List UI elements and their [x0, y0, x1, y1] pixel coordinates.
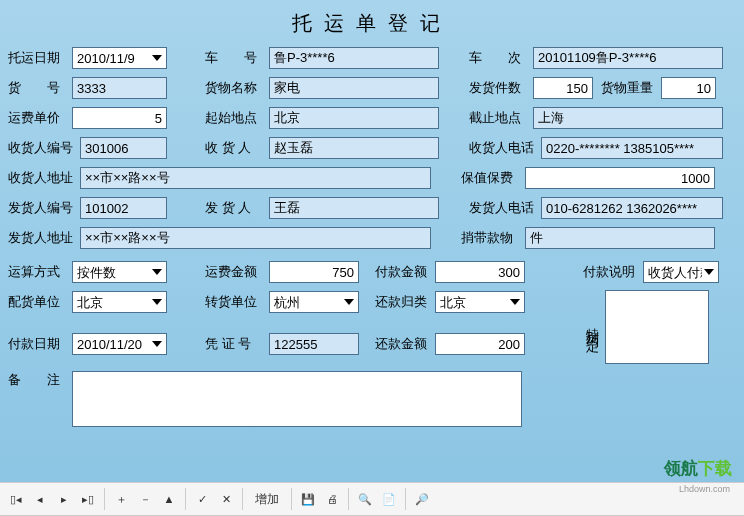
- goods-name-label: 货物名称: [205, 79, 265, 97]
- recv-no-input[interactable]: [80, 137, 167, 159]
- remark-label: 备 注: [8, 371, 68, 389]
- goods-name-input[interactable]: [269, 77, 439, 99]
- toolbar: ▯◂ ◂ ▸ ▸▯ ＋ － ▲ ✓ ✕ 增加 💾 🖨 🔍 📄 🔎: [0, 482, 744, 516]
- export-icon-button[interactable]: 📄: [379, 489, 399, 509]
- weight-input[interactable]: [661, 77, 716, 99]
- voucher-label: 凭 证 号: [205, 335, 265, 353]
- unit-price-input[interactable]: [72, 107, 167, 129]
- send-addr-label: 发货人地址: [8, 229, 76, 247]
- pay-date-label: 付款日期: [8, 335, 68, 353]
- add-button[interactable]: ＋: [111, 489, 131, 509]
- recv-phone-input[interactable]: [541, 137, 723, 159]
- special-label: 特别约定: [583, 317, 601, 367]
- weight-label: 货物重量: [601, 79, 657, 97]
- confirm-button[interactable]: ✓: [192, 489, 212, 509]
- trip-label: 车 次: [469, 49, 529, 67]
- recv-name-label: 收 货 人: [205, 139, 265, 157]
- trans-label: 转货单位: [205, 293, 265, 311]
- separator: [242, 488, 243, 510]
- carry-label: 捎带款物: [461, 229, 521, 247]
- send-phone-input[interactable]: [541, 197, 723, 219]
- recv-no-label: 收货人编号: [8, 139, 76, 157]
- recv-phone-label: 收货人电话: [469, 139, 537, 157]
- watermark: 领航下载: [664, 457, 732, 480]
- calc-label: 运算方式: [8, 263, 68, 281]
- cancel-button[interactable]: ✕: [216, 489, 236, 509]
- separator: [291, 488, 292, 510]
- separator: [348, 488, 349, 510]
- send-no-input[interactable]: [80, 197, 167, 219]
- separator: [104, 488, 105, 510]
- unit-price-label: 运费单价: [8, 109, 68, 127]
- search-icon-button[interactable]: 🔎: [412, 489, 432, 509]
- carry-input[interactable]: [525, 227, 715, 249]
- pay-desc-select[interactable]: 收货人付款: [643, 261, 719, 283]
- recv-name-input[interactable]: [269, 137, 439, 159]
- preview-icon-button[interactable]: 🔍: [355, 489, 375, 509]
- calc-select[interactable]: 按件数: [72, 261, 167, 283]
- plate-input[interactable]: [269, 47, 439, 69]
- send-qty-input[interactable]: [533, 77, 593, 99]
- nav-prev-button[interactable]: ◂: [30, 489, 50, 509]
- trip-input[interactable]: [533, 47, 723, 69]
- delete-button[interactable]: －: [135, 489, 155, 509]
- insurance-label: 保值保费: [461, 169, 521, 187]
- recv-addr-input[interactable]: [80, 167, 431, 189]
- separator: [405, 488, 406, 510]
- repay-amt-input[interactable]: [435, 333, 525, 355]
- print-icon-button[interactable]: 🖨: [322, 489, 342, 509]
- send-addr-input[interactable]: [80, 227, 431, 249]
- special-textarea[interactable]: [605, 290, 709, 364]
- nav-first-button[interactable]: ▯◂: [6, 489, 26, 509]
- dist-select[interactable]: 北京: [72, 291, 167, 313]
- goods-no-label: 货 号: [8, 79, 68, 97]
- origin-label: 起始地点: [205, 109, 265, 127]
- page-title: 托运单登记: [8, 4, 736, 47]
- send-qty-label: 发货件数: [469, 79, 529, 97]
- consign-date-select[interactable]: 2010/11/9: [72, 47, 167, 69]
- freight-input[interactable]: [269, 261, 359, 283]
- pay-amt-input[interactable]: [435, 261, 525, 283]
- freight-label: 运费金额: [205, 263, 265, 281]
- nav-next-button[interactable]: ▸: [54, 489, 74, 509]
- repay-cat-label: 还款归类: [375, 293, 431, 311]
- pay-desc-label: 付款说明: [583, 263, 639, 281]
- voucher-input[interactable]: [269, 333, 359, 355]
- recv-addr-label: 收货人地址: [8, 169, 76, 187]
- pay-amt-label: 付款金额: [375, 263, 431, 281]
- repay-amt-label: 还款金额: [375, 335, 431, 353]
- watermark-url: Lhdown.com: [679, 484, 730, 494]
- remark-textarea[interactable]: [72, 371, 522, 427]
- send-name-label: 发 货 人: [205, 199, 265, 217]
- nav-last-button[interactable]: ▸▯: [78, 489, 98, 509]
- goods-no-input[interactable]: [72, 77, 167, 99]
- separator: [185, 488, 186, 510]
- dist-label: 配货单位: [8, 293, 68, 311]
- consign-date-label: 托运日期: [8, 49, 68, 67]
- send-name-input[interactable]: [269, 197, 439, 219]
- send-phone-label: 发货人电话: [469, 199, 537, 217]
- save-icon-button[interactable]: 💾: [298, 489, 318, 509]
- dest-label: 截止地点: [469, 109, 529, 127]
- edit-button[interactable]: ▲: [159, 489, 179, 509]
- origin-input[interactable]: [269, 107, 439, 129]
- add-text-button[interactable]: 增加: [249, 489, 285, 509]
- repay-cat-select[interactable]: 北京: [435, 291, 525, 313]
- plate-label: 车 号: [205, 49, 265, 67]
- trans-select[interactable]: 杭州: [269, 291, 359, 313]
- dest-input[interactable]: [533, 107, 723, 129]
- send-no-label: 发货人编号: [8, 199, 76, 217]
- insurance-input[interactable]: [525, 167, 715, 189]
- pay-date-select[interactable]: 2010/11/20: [72, 333, 167, 355]
